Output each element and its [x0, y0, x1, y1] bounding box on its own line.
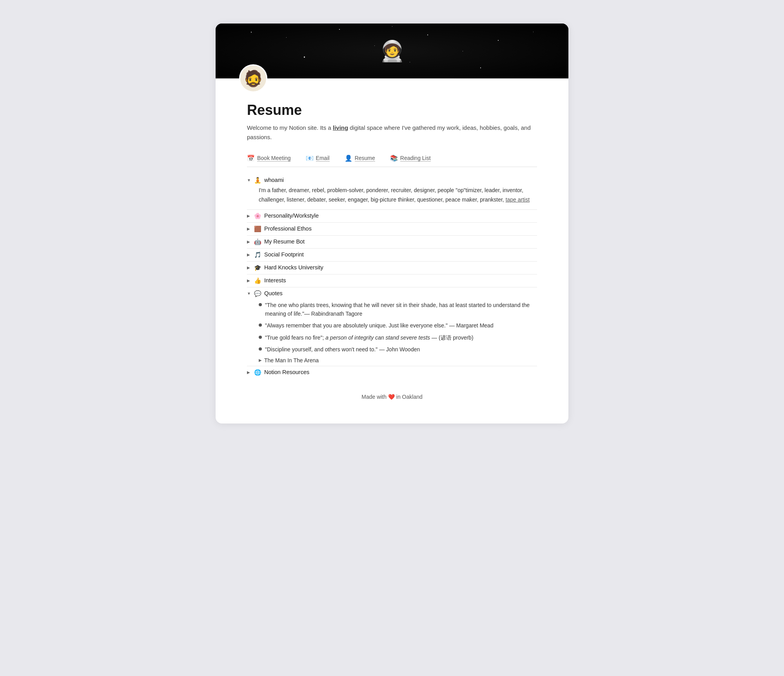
- quotes-content: "The one who plants trees, knowing that …: [247, 299, 537, 365]
- hero-banner: 🧑‍🚀 🧔: [216, 24, 568, 78]
- nav-links: 📅 Book Meeting 📧 Email 👤 Resume 📚 Readin…: [247, 151, 537, 167]
- quote-item-3: "True gold fears no fire"; a person of i…: [259, 332, 537, 343]
- resumebot-emoji: 🤖: [254, 238, 262, 245]
- notion-label: Notion Resources: [264, 369, 309, 375]
- personality-label: Personality/Workstyle: [264, 213, 319, 219]
- section-whoami-toggle[interactable]: ▼ 🧘 whoami: [247, 175, 537, 186]
- quote-item-2: "Always remember that you are absolutely…: [259, 320, 537, 331]
- section-personality-toggle[interactable]: ▶ 🌸 Personality/Workstyle: [247, 211, 537, 222]
- quote-text-1: "The one who plants trees, knowing that …: [265, 301, 537, 318]
- intro-text: Welcome to my Notion site. Its a living …: [247, 123, 537, 142]
- personality-emoji: 🌸: [254, 213, 262, 220]
- nav-book-meeting[interactable]: 📅 Book Meeting: [247, 151, 298, 167]
- ethos-emoji: 🟫: [254, 225, 262, 233]
- quotes-label: Quotes: [264, 290, 283, 296]
- interests-label: Interests: [264, 277, 286, 283]
- quotes-emoji: 💬: [254, 290, 262, 297]
- avatar-wrapper: 🧔: [239, 64, 267, 93]
- toggle-arrow-resumebot: ▶: [247, 240, 252, 244]
- page-card: 🧑‍🚀 🧔 Resume Welcome to my Notion site. …: [216, 24, 568, 423]
- toggle-arrow-ethos: ▶: [247, 227, 252, 231]
- section-resumebot-toggle[interactable]: ▶ 🤖 My Resume Bot: [247, 236, 537, 247]
- nav-resume[interactable]: 👤 Resume: [345, 151, 382, 167]
- social-label: Social Footprint: [264, 251, 304, 258]
- section-notion-toggle[interactable]: ▶ 🌐 Notion Resources: [247, 367, 537, 378]
- social-emoji: 🎵: [254, 251, 262, 258]
- toggle-arrow-social: ▶: [247, 253, 252, 257]
- intro-before: Welcome to my Notion site. Its a: [247, 124, 333, 131]
- interests-emoji: 👍: [254, 277, 262, 284]
- astronaut-illustration: 🧑‍🚀: [379, 39, 405, 63]
- section-interests-toggle[interactable]: ▶ 👍 Interests: [247, 275, 537, 286]
- whoami-emoji: 🧘: [254, 177, 262, 184]
- content-area: Resume Welcome to my Notion site. Its a …: [216, 78, 568, 408]
- tape-artist-link[interactable]: tape artist: [506, 196, 530, 203]
- heart-icon: ❤️: [388, 394, 395, 400]
- toggle-arrow-hardknocks: ▶: [247, 265, 252, 270]
- toggle-arrow-whoami: ▼: [247, 178, 252, 182]
- whoami-content: I'm a father, dreamer, rebel, problem-so…: [247, 186, 537, 209]
- ethos-label: Professional Ethos: [264, 225, 312, 232]
- page-title: Resume: [247, 102, 537, 118]
- quote-bullet-4: [259, 347, 262, 351]
- section-social-toggle[interactable]: ▶ 🎵 Social Footprint: [247, 249, 537, 260]
- calendar-icon: 📅: [247, 154, 255, 162]
- resume-icon: 👤: [345, 154, 352, 162]
- notion-emoji: 🌐: [254, 369, 262, 376]
- quote-bullet-3: [259, 336, 262, 339]
- nav-resume-label: Resume: [355, 155, 375, 162]
- quote-text-4: "Discipline yourself, and others won't n…: [265, 345, 420, 354]
- whoami-label: whoami: [264, 177, 284, 183]
- section-list: ▼ 🧘 whoami I'm a father, dreamer, rebel,…: [247, 175, 537, 378]
- toggle-arrow-interests: ▶: [247, 278, 252, 283]
- toggle-arrow-quotes: ▼: [247, 291, 252, 296]
- quote-item-4: "Discipline yourself, and others won't n…: [259, 343, 537, 355]
- toggle-arrow-personality: ▶: [247, 214, 252, 218]
- quote-item-1: "The one who plants trees, knowing that …: [259, 299, 537, 320]
- toggle-arrow-notion: ▶: [247, 370, 252, 374]
- intro-bold: living: [333, 124, 348, 131]
- nav-email[interactable]: 📧 Email: [306, 151, 337, 167]
- email-icon: 📧: [306, 154, 314, 162]
- section-quotes-toggle[interactable]: ▼ 💬 Quotes: [247, 288, 537, 299]
- section-hardknocks-toggle[interactable]: ▶ 🎓 Hard Knocks University: [247, 262, 537, 273]
- footer-text-after: in Oakland: [395, 394, 423, 400]
- book-icon: 📚: [390, 154, 398, 162]
- quote-text-3: "True gold fears no fire"; a person of i…: [265, 333, 474, 342]
- footer: Made with ❤️ in Oakland: [247, 390, 537, 400]
- section-ethos-toggle[interactable]: ▶ 🟫 Professional Ethos: [247, 224, 537, 234]
- man-in-arena-label: The Man In The Arena: [264, 357, 319, 363]
- quote-text-2: "Always remember that you are absolutely…: [265, 321, 494, 330]
- quote-bullet-1: [259, 303, 262, 306]
- nav-reading-list-label: Reading List: [400, 155, 431, 162]
- nav-book-meeting-label: Book Meeting: [257, 155, 291, 162]
- hardknocks-emoji: 🎓: [254, 264, 262, 271]
- man-in-arena-toggle[interactable]: ▶ The Man In The Arena: [259, 356, 537, 365]
- avatar: 🧔: [239, 64, 267, 93]
- whoami-text: I'm a father, dreamer, rebel, problem-so…: [259, 186, 537, 205]
- resumebot-label: My Resume Bot: [264, 238, 305, 245]
- footer-text-before: Made with: [361, 394, 388, 400]
- quote-bullet-2: [259, 323, 262, 327]
- nav-reading-list[interactable]: 📚 Reading List: [390, 151, 438, 167]
- nav-email-label: Email: [316, 155, 330, 162]
- hardknocks-label: Hard Knocks University: [264, 264, 323, 271]
- toggle-arrow-man-arena: ▶: [259, 358, 262, 362]
